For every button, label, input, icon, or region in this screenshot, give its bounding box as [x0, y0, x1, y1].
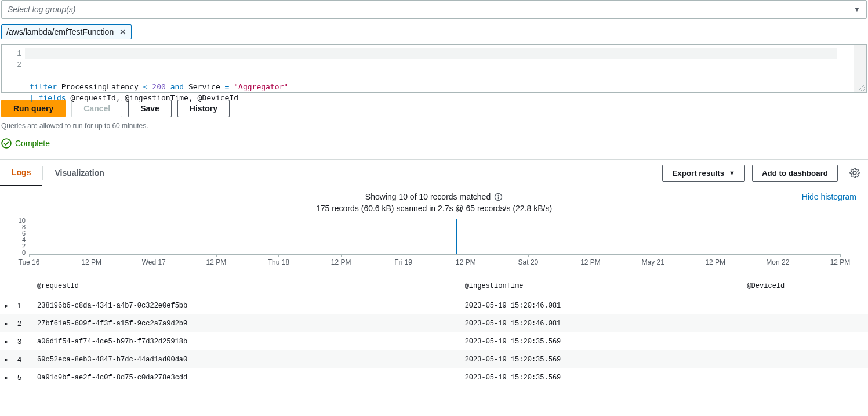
y-axis: 10 8 6 4 2 0: [10, 218, 26, 256]
x-tick-label: 12 PM: [830, 258, 851, 266]
cell-device-id: [742, 296, 868, 315]
col-header-request-id[interactable]: @requestId: [32, 276, 460, 296]
status-text: Complete: [15, 139, 50, 148]
tab-logs[interactable]: Logs: [0, 160, 42, 186]
expand-row-icon[interactable]: ▶: [0, 368, 13, 386]
scan-stats: 175 records (60.6 kB) scanned in 2.7s @ …: [0, 204, 868, 213]
row-number: 2: [13, 314, 32, 332]
x-tick-label: Fri 19: [394, 258, 412, 266]
cell-device-id: [742, 350, 868, 368]
log-group-token-label: /aws/lambda/emfTestFunction: [6, 27, 114, 37]
svg-point-2: [498, 194, 499, 196]
x-tick-label: 12 PM: [331, 258, 351, 266]
cell-ingestion-time: 2023-05-19 15:20:35.569: [460, 368, 743, 386]
caret-down-icon: ▼: [729, 169, 735, 176]
col-rownum: [13, 276, 32, 296]
add-to-dashboard-button[interactable]: Add to dashboard: [752, 165, 838, 182]
x-tick-label: Sat 20: [518, 258, 539, 266]
results-tabs: Logs Visualization: [0, 160, 116, 186]
cell-request-id: a06d1f54-af74-4ce5-b97b-f7d32d25918b: [32, 332, 460, 350]
histogram-bar: [456, 219, 457, 254]
x-tick-label: 12 PM: [206, 258, 227, 266]
remove-token-icon[interactable]: ✕: [119, 27, 126, 37]
row-number: 1: [13, 296, 32, 315]
histogram: 10 8 6 4 2 0 Tue 1612 PMWed 1712 PMThu 1…: [10, 216, 863, 272]
highlighted-line: [25, 48, 837, 59]
x-tick-label: 12 PM: [456, 258, 476, 266]
caret-down-icon: ▼: [854, 5, 860, 13]
cell-request-id: 27bf61e5-609f-4f3f-a15f-9cc2a7a9d2b9: [32, 314, 460, 332]
x-tick-label: 12 PM: [81, 258, 101, 266]
row-number: 5: [13, 368, 32, 386]
resize-handle-icon[interactable]: [858, 84, 866, 92]
x-tick-label: 12 PM: [705, 258, 725, 266]
expand-row-icon[interactable]: ▶: [0, 314, 13, 332]
query-editor[interactable]: 1 2 filter ProcessingLatency < 200 and S…: [1, 44, 867, 93]
editor-gutter: 1 2: [2, 45, 25, 92]
table-row[interactable]: ▶1238196b6-c8da-4341-a4b7-0c322e0ef5bb20…: [0, 296, 868, 315]
table-row[interactable]: ▶3a06d1f54-af74-4ce5-b97b-f7d32d25918b20…: [0, 332, 868, 350]
results-summary: Showing 10 of 10 records matched 175 rec…: [0, 186, 868, 216]
selected-log-groups: /aws/lambda/emfTestFunction ✕: [1, 24, 867, 39]
records-matched: Showing 10 of 10 records matched: [365, 192, 503, 202]
export-results-button[interactable]: Export results ▼: [662, 165, 745, 182]
hide-histogram-link[interactable]: Hide histogram: [802, 192, 856, 201]
export-results-label: Export results: [672, 169, 724, 178]
svg-rect-3: [498, 196, 499, 199]
settings-button[interactable]: [845, 163, 865, 183]
log-group-select[interactable]: Select log group(s) ▼: [1, 0, 867, 19]
table-row[interactable]: ▶469c52eca-8eb3-4847-b7dc-44ad1ad00da020…: [0, 350, 868, 368]
y-tick-label: 0: [10, 249, 26, 256]
cell-request-id: 0a91c9bf-ae2f-4c0f-8d75-c0da278e3cdd: [32, 368, 460, 386]
cell-device-id: [742, 314, 868, 332]
cell-ingestion-time: 2023-05-19 15:20:35.569: [460, 332, 743, 350]
table-row[interactable]: ▶227bf61e5-609f-4f3f-a15f-9cc2a7a9d2b920…: [0, 314, 868, 332]
line-number: 2: [2, 59, 21, 70]
log-group-placeholder: Select log group(s): [8, 5, 76, 14]
row-number: 4: [13, 350, 32, 368]
tab-visualization[interactable]: Visualization: [43, 160, 115, 186]
cell-device-id: [742, 368, 868, 386]
results-table: @requestId @ingestionTime @DeviceId ▶123…: [0, 276, 868, 386]
cell-ingestion-time: 2023-05-19 15:20:46.081: [460, 296, 743, 315]
cell-request-id: 238196b6-c8da-4341-a4b7-0c322e0ef5bb: [32, 296, 460, 315]
chart-area[interactable]: [29, 220, 840, 255]
records-matched-text: Showing 10 of 10 records matched: [365, 192, 491, 201]
x-tick-label: 12 PM: [580, 258, 601, 266]
svg-point-0: [2, 139, 11, 148]
check-circle-icon: [1, 138, 12, 149]
col-expand: [0, 276, 13, 296]
editor-code[interactable]: filter ProcessingLatency < 200 and Servi…: [25, 45, 854, 92]
x-tick-label: Mon 22: [766, 258, 789, 266]
x-tick-label: May 21: [641, 258, 664, 266]
expand-row-icon[interactable]: ▶: [0, 332, 13, 350]
col-header-device-id[interactable]: @DeviceId: [742, 276, 868, 296]
col-header-ingestion-time[interactable]: @ingestionTime: [460, 276, 743, 296]
cell-device-id: [742, 332, 868, 350]
x-tick-label: Tue 16: [19, 258, 40, 266]
x-tick-label: Thu 18: [268, 258, 289, 266]
results-actions: Export results ▼ Add to dashboard: [662, 163, 865, 183]
table-row[interactable]: ▶50a91c9bf-ae2f-4c0f-8d75-c0da278e3cdd20…: [0, 368, 868, 386]
cell-ingestion-time: 2023-05-19 15:20:46.081: [460, 314, 743, 332]
results-header: Logs Visualization Export results ▼ Add …: [0, 160, 868, 186]
x-tick-label: Wed 17: [142, 258, 166, 266]
query-status: Complete: [1, 138, 867, 149]
info-icon[interactable]: [494, 193, 503, 201]
cell-request-id: 69c52eca-8eb3-4847-b7dc-44ad1ad00da0: [32, 350, 460, 368]
log-group-token: /aws/lambda/emfTestFunction ✕: [1, 24, 132, 39]
gear-icon: [849, 168, 860, 178]
line-number: 1: [2, 48, 21, 59]
row-number: 3: [13, 332, 32, 350]
expand-row-icon[interactable]: ▶: [0, 296, 13, 315]
expand-row-icon[interactable]: ▶: [0, 350, 13, 368]
cell-ingestion-time: 2023-05-19 15:20:35.569: [460, 350, 743, 368]
